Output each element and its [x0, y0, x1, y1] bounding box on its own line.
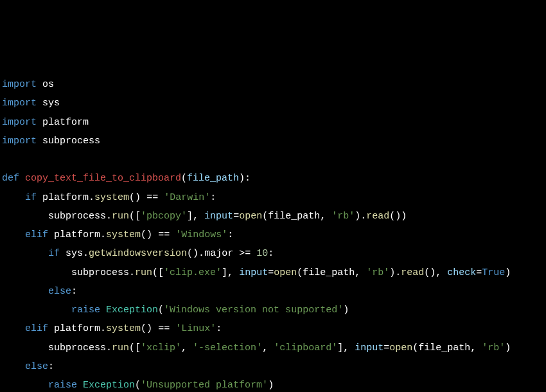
- string-literal: 'Unsupported platform': [141, 380, 268, 391]
- code-line: else:: [0, 282, 546, 301]
- keyword-if: if: [48, 248, 60, 259]
- string-literal: 'Linux': [175, 323, 216, 334]
- number-literal: 10: [256, 248, 268, 259]
- builtin-fn: open: [274, 267, 297, 278]
- keyword-import: import: [2, 136, 37, 147]
- string-literal: 'xclip': [141, 343, 181, 353]
- string-literal: 'clipboard': [274, 343, 337, 353]
- keyword-elif: elif: [25, 229, 48, 240]
- string-literal: 'rb': [331, 211, 355, 222]
- code-line: else:: [0, 357, 546, 376]
- constant: True: [482, 267, 505, 278]
- string-literal: 'Windows': [175, 229, 227, 240]
- class-name: Exception: [83, 380, 135, 391]
- keyword-import: import: [2, 98, 37, 109]
- method-call: read: [401, 267, 424, 278]
- module-ref: platform: [42, 192, 89, 203]
- variable-ref: file_path: [418, 343, 470, 353]
- code-line: import os: [0, 75, 546, 94]
- string-literal: 'pbcopy': [141, 211, 187, 222]
- string-literal: '-selection': [193, 343, 262, 353]
- code-line: subprocess.run(['pbcopy'], input=open(fi…: [0, 207, 546, 226]
- code-line: if platform.system() == 'Darwin':: [0, 188, 546, 207]
- keyword-def: def: [2, 173, 19, 184]
- method-call: run: [112, 211, 129, 222]
- method-call: system: [94, 192, 129, 203]
- keyword-arg: check: [447, 267, 476, 278]
- module-ref: subprocess: [48, 211, 106, 222]
- function-name: copy_text_file_to_clipboard: [25, 173, 181, 184]
- method-call: read: [366, 211, 389, 222]
- operator: ==: [146, 192, 158, 203]
- code-line: import platform: [0, 113, 546, 132]
- module-name: sys: [42, 98, 60, 109]
- module-name: platform: [42, 117, 89, 128]
- builtin-fn: open: [239, 211, 262, 222]
- keyword-elif: elif: [25, 323, 48, 334]
- operator: ==: [158, 229, 170, 240]
- module-ref: platform: [54, 323, 100, 334]
- class-name: Exception: [106, 305, 158, 316]
- builtin-fn: open: [389, 343, 412, 353]
- string-literal: 'rb': [482, 343, 505, 353]
- keyword-else: else: [48, 286, 71, 297]
- method-call: getwindowsversion: [89, 248, 187, 259]
- keyword-arg: input: [239, 267, 268, 278]
- variable-ref: file_path: [303, 267, 355, 278]
- code-line: [0, 150, 546, 169]
- variable-ref: file_path: [268, 211, 320, 222]
- code-editor[interactable]: import osimport sysimport platformimport…: [0, 75, 546, 392]
- method-call: system: [106, 229, 141, 240]
- method-call: system: [106, 323, 141, 334]
- string-literal: 'clip.exe': [164, 267, 222, 278]
- keyword-arg: input: [204, 211, 233, 222]
- keyword-raise: raise: [48, 380, 77, 391]
- code-line: def copy_text_file_to_clipboard(file_pat…: [0, 169, 546, 188]
- keyword-import: import: [2, 117, 37, 128]
- string-literal: 'rb': [366, 267, 389, 278]
- module-ref: platform: [54, 229, 100, 240]
- keyword-if: if: [25, 192, 37, 203]
- keyword-arg: input: [355, 343, 383, 353]
- string-literal: 'Darwin': [164, 192, 210, 203]
- module-ref: subprocess: [71, 267, 129, 278]
- code-line: subprocess.run(['clip.exe'], input=open(…: [0, 263, 546, 282]
- module-name: os: [42, 79, 54, 90]
- code-line: subprocess.run(['xclip', '-selection', '…: [0, 339, 546, 357]
- operator: ==: [158, 323, 170, 334]
- module-name: subprocess: [42, 136, 100, 147]
- keyword-raise: raise: [71, 305, 100, 316]
- code-line: elif platform.system() == 'Windows':: [0, 226, 546, 244]
- code-line: elif platform.system() == 'Linux':: [0, 319, 546, 338]
- code-line: if sys.getwindowsversion().major >= 10:: [0, 244, 546, 263]
- attribute: major: [204, 248, 233, 259]
- string-literal: 'Windows version not supported': [164, 305, 343, 316]
- parameter: file_path: [187, 173, 239, 184]
- method-call: run: [112, 343, 129, 353]
- module-ref: subprocess: [48, 343, 106, 353]
- code-line: import sys: [0, 94, 546, 112]
- code-line: import subprocess: [0, 132, 546, 150]
- method-call: run: [135, 267, 152, 278]
- keyword-import: import: [2, 79, 37, 90]
- module-ref: sys: [66, 248, 83, 259]
- keyword-else: else: [25, 361, 48, 372]
- code-line: raise Exception('Unsupported platform'): [0, 376, 546, 392]
- code-line: raise Exception('Windows version not sup…: [0, 301, 546, 319]
- operator: >=: [239, 248, 251, 259]
